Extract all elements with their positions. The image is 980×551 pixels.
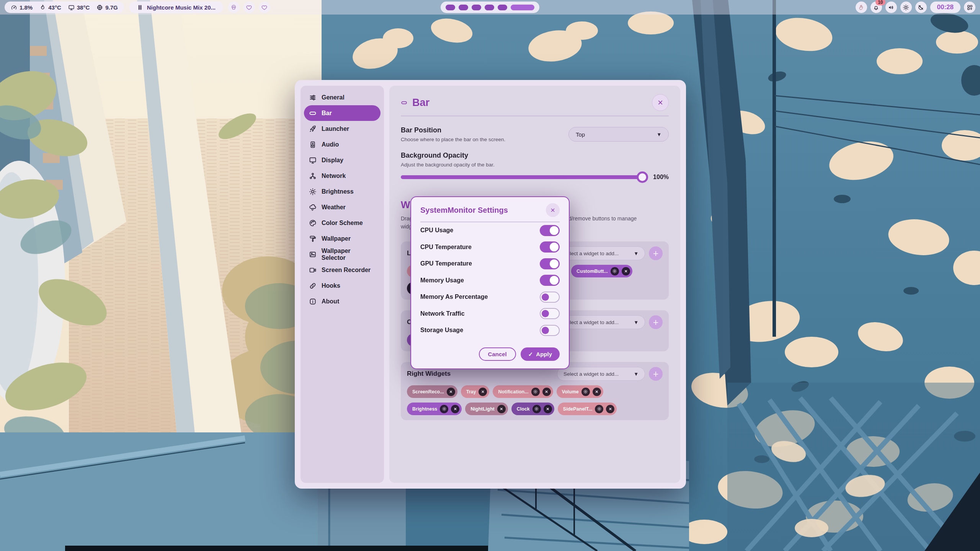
page-title: Bar [412, 97, 430, 109]
sidebar-item-weather[interactable]: Weather [304, 199, 381, 215]
add-widget-button[interactable]: + [649, 315, 663, 329]
sidebar-item-brightness[interactable]: Brightness [304, 184, 381, 199]
widget-remove-icon[interactable]: × [622, 267, 630, 276]
heart-icon-button[interactable] [243, 2, 255, 13]
header-divider [401, 116, 669, 116]
brightness-button[interactable] [900, 2, 912, 13]
memory-usage-toggle[interactable] [540, 275, 560, 286]
workspace-dot-2[interactable] [459, 5, 468, 10]
heart-icon-button[interactable] [259, 2, 270, 13]
widget-settings-gear-icon[interactable] [595, 405, 603, 413]
widget-remove-icon[interactable]: × [447, 388, 455, 396]
sidebar-item-label: Launcher [322, 126, 349, 132]
widget-remove-icon[interactable]: × [593, 388, 601, 396]
modal-close-button[interactable]: × [546, 203, 560, 217]
rocket-icon [309, 125, 317, 133]
tray-app-hand-icon[interactable] [856, 2, 867, 13]
workspace-indicator[interactable] [441, 2, 539, 13]
widget-settings-gear-icon[interactable] [611, 267, 619, 276]
workspace-dot-3[interactable] [472, 5, 481, 10]
cpu-temperature-toggle[interactable] [540, 241, 560, 253]
widget-settings-gear-icon[interactable] [581, 388, 590, 396]
widget-chip-label: ScreenReco... [412, 389, 444, 395]
widget-chip-screenreco[interactable]: ScreenReco...× [407, 385, 457, 398]
sidebar-item-wallpaper-selector[interactable]: Wallpaper Selector [304, 246, 381, 262]
media-player-module[interactable]: Nightcore Music Mix 20... [129, 2, 223, 13]
add-widget-dropdown[interactable]: Select a widget to add...▼ [557, 367, 645, 381]
skull-icon-button[interactable] [228, 2, 240, 13]
widget-chip-sidepanelt[interactable]: SidePanelT...× [558, 403, 617, 415]
memory-chip-icon [96, 4, 103, 11]
toggle-row-storage-usage: Storage Usage [420, 322, 560, 339]
widget-chip-notification[interactable]: Notification...× [493, 385, 553, 398]
apply-button[interactable]: ✓ Apply [521, 347, 560, 361]
widget-settings-gear-icon[interactable] [440, 405, 448, 413]
night-light-button[interactable] [915, 2, 927, 13]
chevron-down-icon: ▼ [634, 320, 639, 325]
memory-as-percentage-toggle[interactable] [540, 292, 560, 303]
sidebar-item-about[interactable]: About [304, 293, 381, 309]
overview-button[interactable] [964, 2, 975, 13]
widget-chip-nightlight[interactable]: NightLight× [465, 403, 508, 415]
gpu-temperature-toggle[interactable] [540, 258, 560, 269]
widget-chip-volume[interactable]: Volume× [557, 385, 603, 398]
widget-chip-label: Notification... [498, 389, 528, 395]
widget-chip-clock[interactable]: Clock× [511, 403, 554, 415]
sidebar-item-display[interactable]: Display [304, 152, 381, 168]
clock[interactable]: 00:28 [930, 2, 960, 13]
toggle-row-memory-usage: Memory Usage [420, 272, 560, 289]
widget-chip-label: NightLight [470, 406, 494, 412]
workspace-dot-1[interactable] [446, 5, 455, 10]
chevron-down-icon: ▼ [634, 371, 639, 377]
right-widgets-box: Right WidgetsSelect a widget to add...▼+… [401, 362, 669, 420]
notifications-bell-button[interactable]: 10 [871, 2, 882, 13]
chevron-down-icon: ▼ [634, 251, 639, 256]
workspace-dot-4[interactable] [485, 5, 494, 10]
cpu-usage-toggle[interactable] [540, 225, 560, 236]
sidebar-item-network[interactable]: Network [304, 168, 381, 184]
sidebar-item-screen-recorder[interactable]: Screen Recorder [304, 262, 381, 278]
widget-chip-label: Volume [562, 389, 579, 395]
bar-position-dropdown[interactable]: Top ▼ [568, 127, 669, 142]
sidebar-item-bar[interactable]: Bar [304, 105, 381, 121]
heart-icon [246, 4, 252, 11]
add-widget-dropdown[interactable]: Select a widget to add...▼ [557, 315, 645, 329]
toggle-label: Storage Usage [420, 327, 463, 334]
bar-position-label: Bar Position [401, 126, 505, 134]
cpu-gauge-icon [11, 4, 17, 11]
sidebar-item-wallpaper[interactable]: Wallpaper [304, 231, 381, 246]
check-icon: ✓ [528, 351, 533, 358]
widget-settings-gear-icon[interactable] [532, 405, 541, 413]
add-widget-button[interactable]: + [649, 367, 663, 381]
sidebar-item-general[interactable]: General [304, 90, 381, 105]
add-widget-button[interactable]: + [649, 246, 663, 260]
widget-remove-icon[interactable]: × [497, 405, 506, 413]
volume-button[interactable] [885, 2, 897, 13]
add-widget-placeholder: Select a widget to add... [564, 251, 619, 256]
widget-remove-icon[interactable]: × [542, 388, 551, 396]
widget-remove-icon[interactable]: × [451, 405, 459, 413]
workspace-dot-5[interactable] [498, 5, 507, 10]
storage-usage-toggle[interactable] [540, 325, 560, 336]
close-settings-button[interactable]: × [652, 94, 669, 111]
widget-remove-icon[interactable]: × [544, 405, 552, 413]
widget-chip-brightness[interactable]: Brightness× [407, 403, 462, 415]
sidebar-item-hooks[interactable]: Hooks [304, 278, 381, 293]
widget-chip-tray[interactable]: Tray× [461, 385, 490, 398]
widget-chip-custombutt[interactable]: CustomButt...× [571, 265, 632, 277]
stat-value: 38°C [77, 4, 90, 11]
widget-remove-icon[interactable]: × [479, 388, 487, 396]
sidebar-item-launcher[interactable]: Launcher [304, 121, 381, 137]
opacity-slider-handle[interactable] [637, 171, 648, 183]
network-traffic-toggle[interactable] [540, 308, 560, 319]
opacity-slider[interactable] [401, 175, 647, 179]
sidebar-item-color-scheme[interactable]: Color Scheme [304, 215, 381, 231]
add-widget-dropdown[interactable]: Select a widget to add...▼ [557, 246, 645, 260]
sidebar-item-audio[interactable]: Audio [304, 137, 381, 152]
widget-remove-icon[interactable]: × [606, 405, 614, 413]
cancel-button[interactable]: Cancel [479, 347, 516, 361]
widget-chip-label: CustomButt... [577, 269, 608, 274]
workspace-dot-6[interactable] [511, 5, 534, 10]
widget-settings-gear-icon[interactable] [531, 388, 540, 396]
volume-icon [888, 4, 894, 11]
